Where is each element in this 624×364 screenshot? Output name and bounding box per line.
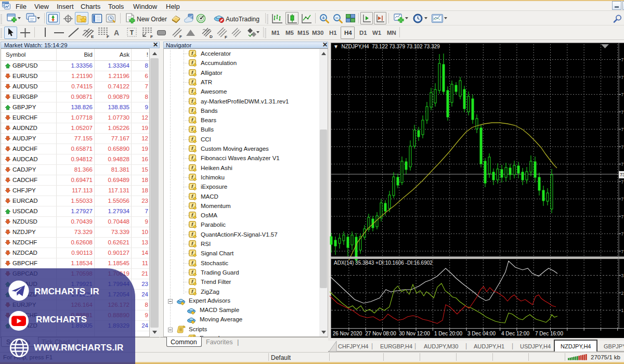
svg-text:F: F bbox=[107, 34, 109, 39]
svg-text:7: 7 bbox=[621, 145, 624, 150]
svg-text:F: F bbox=[150, 34, 153, 39]
svg-text:73: 73 bbox=[620, 172, 624, 177]
svg-text:3: 3 bbox=[621, 273, 624, 278]
svg-text:7: 7 bbox=[621, 57, 624, 62]
svg-text:T: T bbox=[130, 29, 134, 36]
svg-text:F: F bbox=[225, 35, 227, 40]
svg-text:7: 7 bbox=[621, 75, 624, 80]
svg-text:2: 2 bbox=[621, 291, 624, 296]
svg-text:7: 7 bbox=[621, 162, 624, 167]
svg-text:7: 7 bbox=[621, 249, 624, 254]
svg-text:7: 7 bbox=[621, 197, 624, 202]
svg-text:1: 1 bbox=[621, 308, 624, 313]
svg-text:7: 7 bbox=[621, 127, 624, 132]
svg-text:7: 7 bbox=[621, 231, 624, 237]
svg-text:7: 7 bbox=[621, 214, 624, 219]
svg-text:−: − bbox=[335, 15, 339, 21]
svg-text:+: + bbox=[322, 15, 325, 21]
svg-text:7: 7 bbox=[621, 110, 624, 115]
svg-text:E: E bbox=[91, 34, 94, 39]
svg-text:7: 7 bbox=[621, 92, 624, 97]
svg-text:F: F bbox=[179, 34, 182, 39]
svg-text:D: D bbox=[210, 34, 213, 39]
svg-text:7: 7 bbox=[621, 179, 624, 185]
